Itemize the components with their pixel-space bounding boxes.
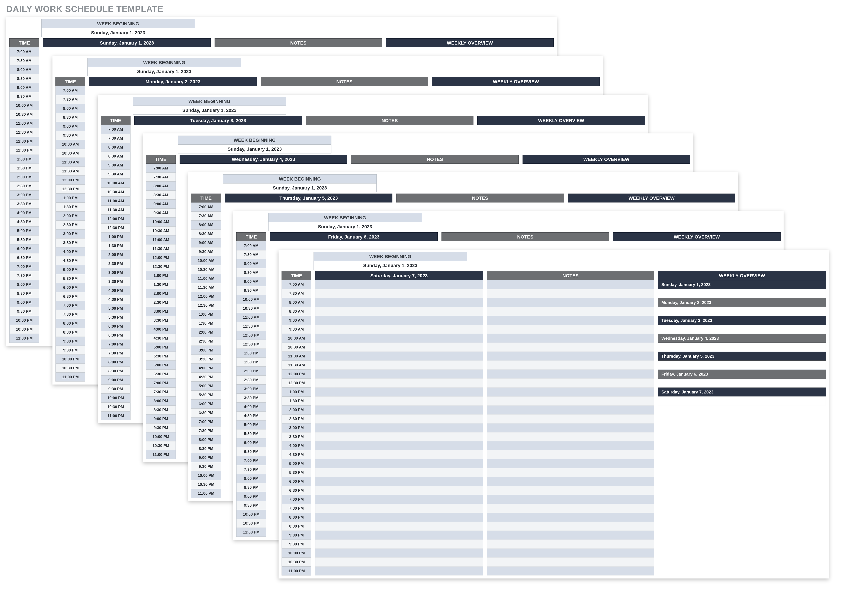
week-beginning-box: WEEK BEGINNINGSunday, January 1, 2023: [223, 175, 377, 192]
notes-cell[interactable]: [487, 441, 654, 450]
notes-cell[interactable]: [487, 405, 654, 414]
time-cell: 9:00 PM: [56, 337, 85, 346]
schedule-cell[interactable]: [315, 378, 483, 387]
notes-cell[interactable]: [487, 432, 654, 441]
notes-cell[interactable]: [487, 334, 654, 343]
schedule-cell[interactable]: [315, 522, 483, 531]
notes-cell[interactable]: [487, 477, 654, 486]
schedule-cell[interactable]: [315, 414, 483, 423]
schedule-cell[interactable]: [315, 557, 483, 566]
schedule-cell[interactable]: [315, 396, 483, 405]
time-cell: 8:30 AM: [191, 229, 221, 238]
overview-day-slot[interactable]: [658, 325, 826, 334]
time-cell: 7:30 AM: [9, 56, 39, 65]
schedule-cell[interactable]: [315, 531, 483, 540]
time-cell: 4:00 PM: [146, 325, 176, 334]
schedule-cell[interactable]: [315, 566, 483, 575]
notes-cell[interactable]: [487, 289, 654, 298]
time-cell: 7:00 PM: [56, 301, 85, 310]
notes-cell[interactable]: [487, 343, 654, 352]
notes-cell[interactable]: [487, 522, 654, 531]
header-weekly-overview: WEEKLY OVERVIEW: [613, 232, 780, 241]
schedule-cell[interactable]: [315, 316, 483, 325]
overview-day-header[interactable]: Friday, January 6, 2023: [658, 370, 826, 378]
schedule-cell[interactable]: [315, 504, 483, 513]
schedule-cell[interactable]: [315, 486, 483, 495]
weekly-overview-column: Sunday, January 1, 2023Monday, January 2…: [658, 280, 826, 575]
schedule-cell[interactable]: [315, 343, 483, 352]
schedule-cell[interactable]: [315, 540, 483, 549]
overview-day-header[interactable]: Wednesday, January 4, 2023: [658, 334, 826, 343]
schedule-cell[interactable]: [315, 477, 483, 486]
overview-day-slot[interactable]: [658, 289, 826, 298]
notes-cell[interactable]: [487, 280, 654, 289]
notes-cell[interactable]: [487, 495, 654, 504]
schedule-cell[interactable]: [315, 450, 483, 459]
overview-day-header[interactable]: Sunday, January 1, 2023: [658, 280, 826, 289]
week-beginning-label: WEEK BEGINNING: [268, 213, 422, 222]
schedule-cell[interactable]: [315, 387, 483, 396]
time-cell: 6:00 PM: [236, 438, 266, 447]
schedule-cell[interactable]: [315, 495, 483, 504]
schedule-cell[interactable]: [315, 307, 483, 316]
notes-cell[interactable]: [487, 566, 654, 575]
time-cell: 3:30 PM: [191, 355, 221, 364]
schedule-cell[interactable]: [315, 549, 483, 557]
schedule-cell[interactable]: [315, 325, 483, 334]
time-cell: 11:30 AM: [191, 283, 221, 292]
time-cell: 10:00 PM: [101, 393, 131, 402]
time-cell: 7:30 PM: [56, 310, 85, 319]
notes-cell[interactable]: [487, 325, 654, 334]
schedule-cell[interactable]: [315, 459, 483, 468]
schedule-cell[interactable]: [315, 468, 483, 477]
schedule-cell[interactable]: [315, 298, 483, 307]
overview-day-slot[interactable]: [658, 307, 826, 316]
notes-cell[interactable]: [487, 414, 654, 423]
time-cell: 10:00 PM: [9, 316, 39, 325]
overview-day-header[interactable]: Saturday, January 7, 2023: [658, 387, 826, 396]
notes-cell[interactable]: [487, 450, 654, 459]
notes-cell[interactable]: [487, 370, 654, 378]
schedule-cell[interactable]: [315, 352, 483, 361]
schedule-cell[interactable]: [315, 432, 483, 441]
notes-cell[interactable]: [487, 504, 654, 513]
time-cell: 1:00 PM: [101, 232, 131, 241]
notes-cell[interactable]: [487, 387, 654, 396]
notes-cell[interactable]: [487, 396, 654, 405]
schedule-cell[interactable]: [315, 289, 483, 298]
overview-day-slot[interactable]: [658, 343, 826, 352]
overview-day-header[interactable]: Tuesday, January 3, 2023: [658, 316, 826, 325]
schedule-cell[interactable]: [315, 334, 483, 343]
time-cell: 9:30 PM: [9, 307, 39, 316]
week-beginning-label: WEEK BEGINNING: [178, 136, 331, 145]
overview-day-header[interactable]: Thursday, January 5, 2023: [658, 352, 826, 361]
schedule-cell[interactable]: [315, 441, 483, 450]
notes-cell[interactable]: [487, 378, 654, 387]
notes-cell[interactable]: [487, 468, 654, 477]
schedule-cell[interactable]: [315, 405, 483, 414]
overview-day-slot[interactable]: [658, 361, 826, 370]
time-cell: 7:30 PM: [236, 465, 266, 474]
schedule-cell[interactable]: [315, 361, 483, 370]
notes-cell[interactable]: [487, 307, 654, 316]
notes-cell[interactable]: [487, 361, 654, 370]
schedule-cell[interactable]: [315, 513, 483, 522]
notes-cell[interactable]: [487, 557, 654, 566]
overview-day-header[interactable]: Monday, January 2, 2023: [658, 298, 826, 307]
overview-day-slot[interactable]: [658, 378, 826, 387]
notes-cell[interactable]: [487, 531, 654, 540]
notes-cell[interactable]: [487, 513, 654, 522]
schedule-cell[interactable]: [315, 423, 483, 432]
notes-cell[interactable]: [487, 423, 654, 432]
notes-cell[interactable]: [487, 298, 654, 307]
schedule-cell[interactable]: [315, 370, 483, 378]
notes-cell[interactable]: [487, 352, 654, 361]
notes-cell[interactable]: [487, 316, 654, 325]
notes-cell[interactable]: [487, 459, 654, 468]
overview-day-slot[interactable]: [658, 396, 826, 405]
time-cell: 5:30 PM: [9, 235, 39, 244]
notes-cell[interactable]: [487, 486, 654, 495]
schedule-cell[interactable]: [315, 280, 483, 289]
notes-cell[interactable]: [487, 540, 654, 549]
notes-cell[interactable]: [487, 549, 654, 557]
